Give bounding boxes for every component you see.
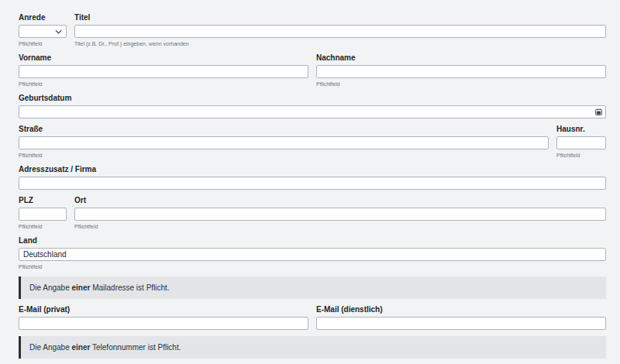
- strasse-required-hint: Pflichtfeld: [19, 152, 549, 159]
- ort-input[interactable]: [74, 208, 606, 221]
- plz-required-hint: Pflichtfeld: [19, 223, 67, 230]
- geburtsdatum-input[interactable]: [19, 105, 606, 118]
- anrede-required-hint: Pflichtfeld: [19, 40, 67, 47]
- mail-notice-bold: einer: [72, 283, 91, 292]
- land-required-hint: Pflichtfeld: [19, 263, 606, 270]
- ort-label: Ort: [74, 196, 606, 205]
- row-geburtsdatum: Geburtsdatum: [19, 94, 606, 118]
- nachname-label: Nachname: [316, 53, 606, 63]
- adresszusatz-input[interactable]: [19, 177, 606, 190]
- vorname-input[interactable]: [19, 65, 308, 78]
- titel-hint: Titel (z.B. Dr., Prof.) eingeben, wenn v…: [74, 40, 606, 47]
- mail-notice-text: Die Angabe: [29, 283, 72, 292]
- titel-input[interactable]: [74, 25, 606, 38]
- nachname-input[interactable]: [316, 65, 606, 78]
- row-name: Vorname Pflichtfeld Nachname Pflichtfeld: [19, 53, 606, 88]
- email-privat-input[interactable]: [19, 317, 308, 330]
- plz-input[interactable]: [19, 208, 67, 221]
- calendar-icon[interactable]: [595, 108, 602, 115]
- contact-form: Anrede Pflichtfeld Titel Titel (z.B. Dr.…: [0, 0, 620, 364]
- row-strasse: Straße Pflichtfeld Hausnr. Pflichtfeld: [19, 125, 606, 159]
- plz-label: PLZ: [19, 196, 67, 205]
- hausnr-required-hint: Pflichtfeld: [556, 152, 606, 159]
- nachname-required-hint: Pflichtfeld: [316, 81, 606, 88]
- row-plz-ort: PLZ Pflichtfeld Ort Pflichtfeld: [19, 196, 606, 230]
- mail-notice-text-after: Mailadresse ist Pflicht.: [90, 283, 169, 292]
- email-dienstlich-input[interactable]: [316, 317, 606, 330]
- row-anrede-titel: Anrede Pflichtfeld Titel Titel (z.B. Dr.…: [19, 13, 606, 47]
- phone-required-notice: Die Angabe einer Telefonnummer ist Pflic…: [19, 336, 606, 359]
- vorname-required-hint: Pflichtfeld: [19, 81, 308, 88]
- anrede-select[interactable]: [19, 25, 67, 38]
- hausnr-label: Hausnr.: [556, 125, 606, 134]
- adresszusatz-label: Adresszusatz / Firma: [19, 165, 606, 174]
- phone-notice-text-after: Telefonnummer ist Pflicht.: [90, 343, 181, 352]
- row-adresszusatz: Adresszusatz / Firma: [19, 165, 606, 190]
- ort-required-hint: Pflichtfeld: [74, 223, 606, 230]
- email-dienstlich-label: E-Mail (dienstlich): [316, 305, 606, 314]
- hausnr-input[interactable]: [556, 136, 606, 149]
- titel-label: Titel: [74, 13, 606, 22]
- email-privat-label: E-Mail (privat): [19, 305, 308, 314]
- row-email: E-Mail (privat) E-Mail (dienstlich): [19, 305, 606, 330]
- phone-notice-text: Die Angabe: [29, 343, 72, 352]
- land-input[interactable]: [19, 248, 606, 261]
- geburtsdatum-label: Geburtsdatum: [19, 94, 606, 103]
- row-land: Land Pflichtfeld: [19, 236, 606, 270]
- chevron-down-icon: [55, 29, 62, 34]
- anrede-label: Anrede: [19, 13, 67, 22]
- vorname-label: Vorname: [19, 53, 308, 63]
- strasse-label: Straße: [19, 125, 549, 134]
- land-label: Land: [19, 236, 606, 246]
- phone-notice-bold: einer: [72, 343, 91, 352]
- strasse-input[interactable]: [19, 136, 549, 149]
- mail-required-notice: Die Angabe einer Mailadresse ist Pflicht…: [19, 276, 606, 299]
